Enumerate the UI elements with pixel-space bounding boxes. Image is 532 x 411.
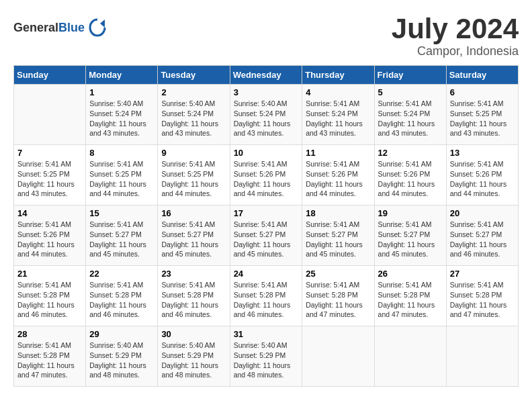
day-number: 24: [234, 269, 299, 279]
calendar-cell: 29Sunrise: 5:40 AMSunset: 5:29 PMDayligh…: [86, 326, 158, 387]
calendar-cell: 3Sunrise: 5:40 AMSunset: 5:24 PMDaylight…: [230, 85, 302, 145]
week-row-3: 21Sunrise: 5:41 AMSunset: 5:28 PMDayligh…: [14, 266, 519, 326]
calendar-cell: 31Sunrise: 5:40 AMSunset: 5:29 PMDayligh…: [230, 326, 302, 387]
day-info: Sunrise: 5:41 AMSunset: 5:27 PMDaylight:…: [234, 220, 299, 259]
day-number: 30: [161, 329, 226, 339]
calendar-cell: 2Sunrise: 5:40 AMSunset: 5:24 PMDaylight…: [158, 85, 230, 145]
calendar-cell: 19Sunrise: 5:41 AMSunset: 5:27 PMDayligh…: [374, 205, 446, 266]
calendar-cell: [446, 326, 518, 387]
day-info: Sunrise: 5:41 AMSunset: 5:27 PMDaylight:…: [161, 220, 226, 259]
header-day-wednesday: Wednesday: [230, 66, 302, 85]
calendar-cell: 22Sunrise: 5:41 AMSunset: 5:28 PMDayligh…: [86, 266, 158, 326]
calendar-cell: 28Sunrise: 5:41 AMSunset: 5:28 PMDayligh…: [14, 326, 86, 387]
calendar-cell: 6Sunrise: 5:41 AMSunset: 5:25 PMDaylight…: [446, 85, 518, 145]
week-row-2: 14Sunrise: 5:41 AMSunset: 5:26 PMDayligh…: [14, 205, 519, 266]
calendar-cell: 23Sunrise: 5:41 AMSunset: 5:28 PMDayligh…: [158, 266, 230, 326]
day-info: Sunrise: 5:41 AMSunset: 5:27 PMDaylight:…: [89, 220, 154, 259]
day-number: 17: [234, 208, 299, 218]
header-day-sunday: Sunday: [14, 66, 86, 85]
day-number: 11: [306, 148, 370, 158]
calendar-cell: [302, 326, 374, 387]
day-info: Sunrise: 5:41 AMSunset: 5:28 PMDaylight:…: [17, 340, 82, 380]
calendar-cell: 4Sunrise: 5:41 AMSunset: 5:24 PMDaylight…: [302, 85, 374, 145]
day-info: Sunrise: 5:41 AMSunset: 5:27 PMDaylight:…: [306, 220, 370, 259]
day-number: 15: [89, 208, 154, 218]
day-number: 29: [89, 329, 154, 339]
day-info: Sunrise: 5:40 AMSunset: 5:24 PMDaylight:…: [234, 99, 299, 138]
day-info: Sunrise: 5:41 AMSunset: 5:27 PMDaylight:…: [450, 220, 515, 259]
calendar-cell: 1Sunrise: 5:40 AMSunset: 5:24 PMDaylight…: [86, 85, 158, 145]
calendar-cell: 9Sunrise: 5:41 AMSunset: 5:25 PMDaylight…: [158, 145, 230, 205]
day-number: 25: [306, 269, 370, 279]
calendar-cell: 24Sunrise: 5:41 AMSunset: 5:28 PMDayligh…: [230, 266, 302, 326]
header-day-monday: Monday: [86, 66, 158, 85]
calendar-cell: 25Sunrise: 5:41 AMSunset: 5:28 PMDayligh…: [302, 266, 374, 326]
day-number: 5: [378, 87, 443, 97]
header-day-saturday: Saturday: [446, 66, 518, 85]
header-row: SundayMondayTuesdayWednesdayThursdayFrid…: [14, 66, 519, 85]
week-row-0: 1Sunrise: 5:40 AMSunset: 5:24 PMDaylight…: [14, 85, 519, 145]
day-number: 12: [378, 148, 443, 158]
day-info: Sunrise: 5:41 AMSunset: 5:28 PMDaylight:…: [89, 280, 154, 320]
day-number: 27: [450, 269, 515, 279]
logo-icon: [87, 17, 108, 38]
day-info: Sunrise: 5:41 AMSunset: 5:26 PMDaylight:…: [17, 220, 82, 259]
calendar-cell: 14Sunrise: 5:41 AMSunset: 5:26 PMDayligh…: [14, 205, 86, 266]
day-info: Sunrise: 5:41 AMSunset: 5:26 PMDaylight:…: [450, 159, 515, 199]
day-info: Sunrise: 5:41 AMSunset: 5:28 PMDaylight:…: [17, 280, 82, 320]
day-info: Sunrise: 5:40 AMSunset: 5:29 PMDaylight:…: [234, 340, 299, 380]
location-title: Campor, Indonesia: [392, 44, 519, 58]
calendar-cell: 11Sunrise: 5:41 AMSunset: 5:26 PMDayligh…: [302, 145, 374, 205]
day-number: 23: [161, 269, 226, 279]
logo: GeneralBlue: [13, 17, 108, 38]
logo-blue: Blue: [58, 21, 85, 34]
day-info: Sunrise: 5:41 AMSunset: 5:24 PMDaylight:…: [306, 99, 370, 138]
day-number: 10: [234, 148, 299, 158]
day-number: 19: [378, 208, 443, 218]
day-info: Sunrise: 5:41 AMSunset: 5:26 PMDaylight:…: [306, 159, 370, 199]
day-info: Sunrise: 5:41 AMSunset: 5:25 PMDaylight:…: [17, 159, 82, 199]
calendar-cell: 30Sunrise: 5:40 AMSunset: 5:29 PMDayligh…: [158, 326, 230, 387]
month-title: July 2024: [392, 13, 519, 44]
day-info: Sunrise: 5:41 AMSunset: 5:28 PMDaylight:…: [306, 280, 370, 320]
day-number: 8: [89, 148, 154, 158]
day-info: Sunrise: 5:41 AMSunset: 5:26 PMDaylight:…: [378, 159, 443, 199]
day-number: 3: [234, 87, 299, 97]
day-number: 16: [161, 208, 226, 218]
calendar-cell: 27Sunrise: 5:41 AMSunset: 5:28 PMDayligh…: [446, 266, 518, 326]
day-info: Sunrise: 5:40 AMSunset: 5:29 PMDaylight:…: [89, 340, 154, 380]
day-number: 9: [161, 148, 226, 158]
day-info: Sunrise: 5:41 AMSunset: 5:25 PMDaylight:…: [89, 159, 154, 199]
day-number: 7: [17, 148, 82, 158]
day-info: Sunrise: 5:41 AMSunset: 5:25 PMDaylight:…: [161, 159, 226, 199]
day-number: 31: [234, 329, 299, 339]
day-info: Sunrise: 5:40 AMSunset: 5:24 PMDaylight:…: [89, 99, 154, 138]
logo-general: General: [13, 21, 58, 34]
day-info: Sunrise: 5:41 AMSunset: 5:25 PMDaylight:…: [450, 99, 515, 138]
calendar-cell: 7Sunrise: 5:41 AMSunset: 5:25 PMDaylight…: [14, 145, 86, 205]
title-area: July 2024 Campor, Indonesia: [392, 13, 519, 58]
header-day-friday: Friday: [374, 66, 446, 85]
calendar-cell: 8Sunrise: 5:41 AMSunset: 5:25 PMDaylight…: [86, 145, 158, 205]
day-number: 21: [17, 269, 82, 279]
header-day-tuesday: Tuesday: [158, 66, 230, 85]
day-number: 2: [161, 87, 226, 97]
calendar-cell: [14, 85, 86, 145]
calendar-table: SundayMondayTuesdayWednesdayThursdayFrid…: [13, 65, 519, 387]
calendar-cell: 21Sunrise: 5:41 AMSunset: 5:28 PMDayligh…: [14, 266, 86, 326]
calendar-cell: 18Sunrise: 5:41 AMSunset: 5:27 PMDayligh…: [302, 205, 374, 266]
calendar-cell: 16Sunrise: 5:41 AMSunset: 5:27 PMDayligh…: [158, 205, 230, 266]
calendar-cell: 13Sunrise: 5:41 AMSunset: 5:26 PMDayligh…: [446, 145, 518, 205]
week-row-1: 7Sunrise: 5:41 AMSunset: 5:25 PMDaylight…: [14, 145, 519, 205]
calendar-cell: 5Sunrise: 5:41 AMSunset: 5:24 PMDaylight…: [374, 85, 446, 145]
day-number: 28: [17, 329, 82, 339]
calendar-cell: 15Sunrise: 5:41 AMSunset: 5:27 PMDayligh…: [86, 205, 158, 266]
calendar-cell: 12Sunrise: 5:41 AMSunset: 5:26 PMDayligh…: [374, 145, 446, 205]
calendar-cell: 17Sunrise: 5:41 AMSunset: 5:27 PMDayligh…: [230, 205, 302, 266]
day-info: Sunrise: 5:41 AMSunset: 5:24 PMDaylight:…: [378, 99, 443, 138]
day-info: Sunrise: 5:41 AMSunset: 5:27 PMDaylight:…: [378, 220, 443, 259]
day-number: 13: [450, 148, 515, 158]
day-info: Sunrise: 5:40 AMSunset: 5:29 PMDaylight:…: [161, 340, 226, 380]
calendar-cell: [374, 326, 446, 387]
day-number: 6: [450, 87, 515, 97]
